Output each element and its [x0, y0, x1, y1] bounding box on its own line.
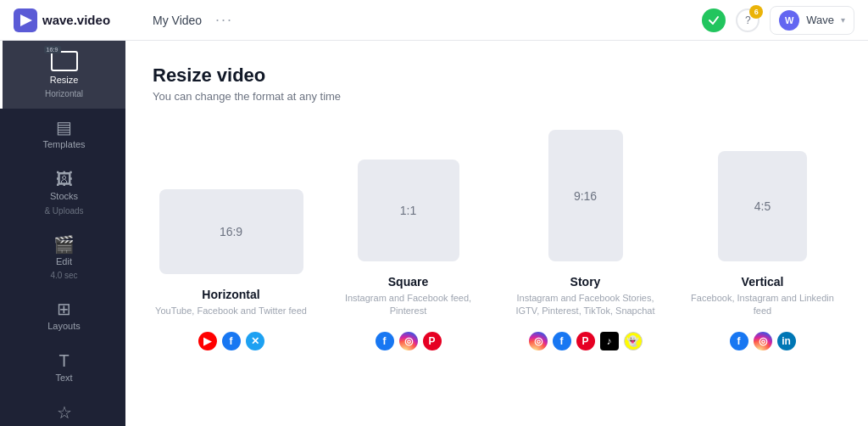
format-desc-vertical: Facebook, Instagram and Linkedin feed	[684, 292, 841, 318]
sn-icon: 👻	[624, 332, 643, 350]
ig-icon: ◎	[399, 332, 418, 350]
format-desc-square: Instagram and Facebook feed, Pinterest	[330, 292, 487, 318]
social-icons-square: f◎P	[376, 332, 442, 350]
sidebar-label-text: Text	[55, 373, 72, 384]
sidebar-item-text[interactable]: T Text	[0, 342, 125, 394]
pi-icon: P	[423, 332, 442, 350]
page-title: Resize video	[153, 64, 841, 87]
sidebar-item-resize[interactable]: 16:9 Resize Horizontal	[0, 41, 125, 109]
social-icons-horizontal: ▶f✕	[198, 332, 264, 350]
format-shape-square: 1:1	[358, 160, 459, 261]
social-icons-vertical: f◎in	[730, 332, 796, 350]
resize-icon: 16:9	[51, 51, 78, 71]
sidebar-label-resize: Resize	[50, 75, 79, 86]
sidebar-sublabel-resize: Horizontal	[45, 89, 83, 98]
li-icon: in	[777, 332, 796, 350]
format-name-story: Story	[570, 275, 601, 289]
logo-icon	[14, 8, 37, 32]
format-name-square: Square	[388, 275, 428, 289]
format-name-horizontal: Horizontal	[202, 288, 259, 301]
video-title[interactable]: My Video	[153, 14, 202, 27]
text-icon: T	[58, 352, 69, 369]
fb-icon: f	[376, 332, 394, 350]
logo-text: wave.video	[42, 13, 110, 27]
pi-icon: P	[576, 332, 595, 350]
yt-icon: ▶	[198, 332, 217, 350]
format-card-story[interactable]: 9:16StoryInstagram and Facebook Stories,…	[507, 130, 664, 350]
logo[interactable]: wave.video	[14, 8, 139, 32]
sidebar-item-layouts[interactable]: ⊞ Layouts	[0, 290, 125, 342]
format-desc-story: Instagram and Facebook Stories, IGTV, Pi…	[507, 292, 664, 318]
templates-icon: ▤	[56, 119, 72, 136]
image-icon: 🖼	[56, 171, 73, 188]
format-card-vertical[interactable]: 4:5VerticalFacebook, Instagram and Linke…	[684, 151, 841, 350]
sidebar-sublabel-stocks: & Uploads	[44, 206, 83, 216]
user-menu[interactable]: W Wave ▾	[770, 6, 854, 35]
avatar: W	[779, 10, 799, 31]
page-subtitle: You can change the format at any time	[153, 90, 841, 103]
sidebar-item-overlays[interactable]: ☆ Overlays & Stickers	[0, 394, 125, 426]
social-icons-story: ◎fP♪👻	[529, 332, 643, 350]
format-shape-vertical: 4:5	[718, 151, 807, 261]
formats-grid: 16:9HorizontalYouTube, Facebook and Twit…	[153, 130, 841, 350]
tw-icon: ✕	[246, 332, 264, 350]
chevron-down-icon: ▾	[841, 15, 845, 25]
topbar-right: ? 6 W Wave ▾	[702, 6, 854, 35]
sidebar-item-templates[interactable]: ▤ Templates	[0, 109, 125, 160]
format-name-vertical: Vertical	[742, 275, 784, 289]
format-shape-story: 9:16	[548, 130, 623, 261]
format-desc-horizontal: YouTube, Facebook and Twitter feed	[155, 305, 307, 317]
main-layout: 16:9 Resize Horizontal ▤ Templates 🖼 Sto…	[0, 41, 868, 426]
ig-icon: ◎	[754, 332, 772, 350]
content-area: Resize video You can change the format a…	[125, 41, 868, 426]
film-icon: 🎬	[53, 236, 75, 253]
sidebar-label-stocks: Stocks	[50, 191, 78, 202]
tk-icon: ♪	[600, 332, 619, 350]
star-icon: ☆	[57, 404, 72, 421]
sidebar-item-stocks[interactable]: 🖼 Stocks & Uploads	[0, 160, 125, 225]
sidebar-label-templates: Templates	[42, 139, 85, 150]
fb-icon: f	[222, 332, 241, 350]
sidebar-item-edit[interactable]: 🎬 Edit 4.0 sec	[0, 226, 125, 290]
format-card-square[interactable]: 1:1SquareInstagram and Facebook feed, Pi…	[330, 160, 487, 350]
fb-icon: f	[730, 332, 748, 350]
more-options-button[interactable]: ···	[215, 11, 233, 29]
user-name: Wave	[806, 14, 834, 26]
sidebar-sublabel-edit: 4.0 sec	[50, 271, 77, 280]
sidebar-label-layouts: Layouts	[47, 321, 81, 332]
save-status-icon	[702, 8, 726, 32]
sidebar: 16:9 Resize Horizontal ▤ Templates 🖼 Sto…	[0, 41, 125, 426]
notification-badge: 6	[749, 5, 763, 19]
format-card-horizontal[interactable]: 16:9HorizontalYouTube, Facebook and Twit…	[153, 189, 309, 350]
ig-icon: ◎	[529, 332, 548, 350]
sidebar-label-edit: Edit	[56, 256, 72, 267]
format-shape-horizontal: 16:9	[159, 189, 303, 274]
help-button[interactable]: ? 6	[736, 8, 760, 32]
fb-icon: f	[553, 332, 571, 350]
topbar: wave.video My Video ··· ? 6 W Wave ▾	[0, 0, 868, 41]
layouts-icon: ⊞	[57, 300, 71, 317]
